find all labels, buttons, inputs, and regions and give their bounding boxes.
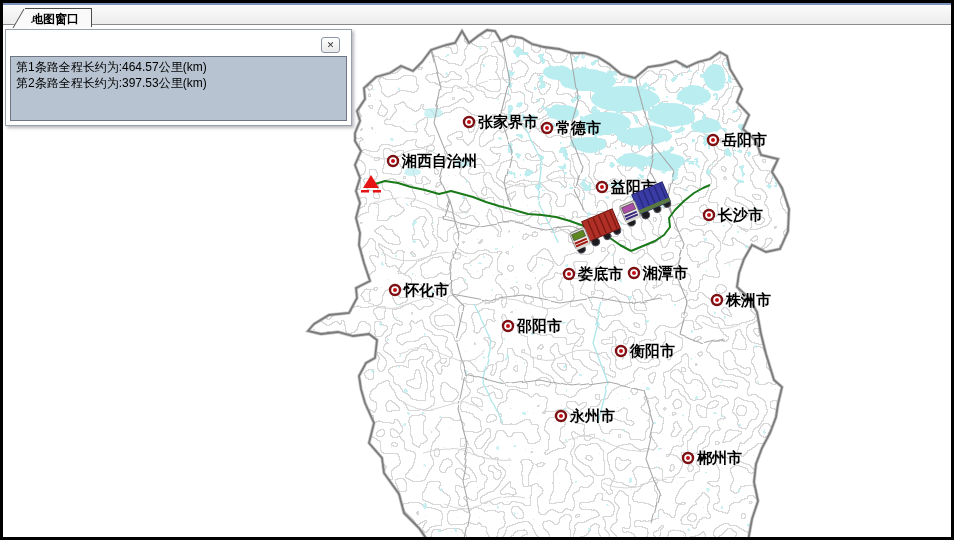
city-label-zhangjiajie: 张家界市 — [478, 113, 538, 130]
city-label-shaoyang: 邵阳市 — [516, 317, 562, 334]
route-2-length-text: 第2条路全程长约为:397.53公里(km) — [16, 75, 341, 91]
route-1-length-text: 第1条路全程长约为:464.57公里(km) — [16, 59, 341, 75]
map-window: 地图窗口 — [0, 0, 954, 540]
route-info-box: 第1条路全程长约为:464.57公里(km) 第2条路全程长约为:397.53公… — [10, 56, 347, 121]
city-label-yongzhou: 永州市 — [569, 407, 615, 424]
city-label-chenzhou: 郴州市 — [696, 449, 742, 466]
panel-close-button[interactable]: ✕ — [321, 37, 340, 53]
city-label-zhuzhou: 株洲市 — [725, 291, 771, 308]
city-label-loudi: 娄底市 — [577, 265, 623, 282]
route-info-panel: ✕ 第1条路全程长约为:464.57公里(km) 第2条路全程长约为:397.5… — [5, 29, 352, 126]
city-label-huaihua: 怀化市 — [403, 281, 449, 298]
tab-map-window[interactable]: 地图窗口 — [25, 8, 92, 27]
city-label-xiangtan: 湘潭市 — [642, 264, 688, 281]
city-label-hengyang: 衡阳市 — [629, 342, 675, 359]
city-marker-xiangxi[interactable]: 湘西自治州 — [388, 152, 477, 169]
city-label-yueyang: 岳阳市 — [721, 131, 767, 148]
city-label-changde: 常德市 — [555, 119, 601, 136]
city-label-xiangxi: 湘西自治州 — [401, 152, 477, 169]
tab-bar: 地图窗口 — [3, 3, 951, 25]
city-label-changsha: 长沙市 — [717, 206, 763, 223]
